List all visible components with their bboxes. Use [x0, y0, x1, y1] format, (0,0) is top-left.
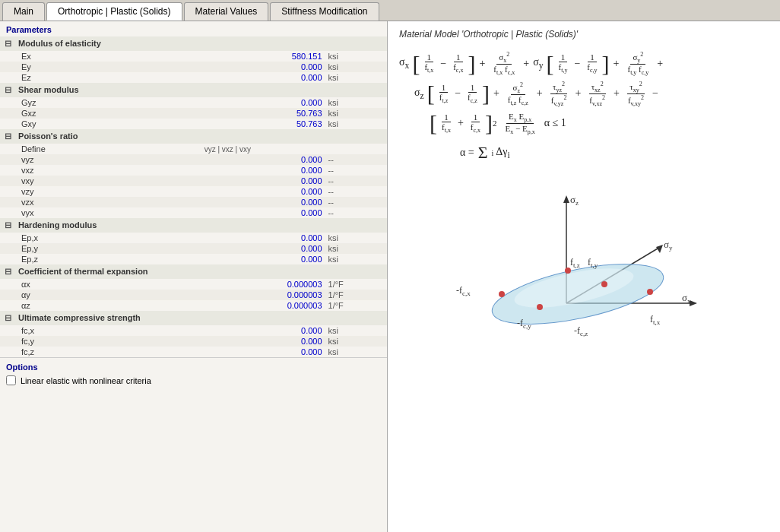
collapse-icon-poisson: ⊟	[5, 131, 14, 141]
define-value[interactable]: vyz | vxz | vxy	[201, 144, 325, 154]
vyx-label: vyx	[0, 207, 201, 218]
plus-6: +	[537, 87, 543, 100]
az-value[interactable]: 0.000003	[201, 300, 325, 311]
alpha-leq: α ≤ 1	[544, 117, 566, 129]
fcx-value[interactable]: 0.000	[201, 325, 325, 336]
table-row: Ep,y 0.000 ksi	[0, 243, 387, 254]
svg-point-13	[565, 268, 571, 274]
section-thermal-label: Coefficient of thermal expansion	[18, 267, 148, 276]
fcy-value[interactable]: 0.000	[201, 336, 325, 347]
epy-unit: ksi	[325, 243, 387, 254]
ex-value[interactable]: 580.151	[201, 51, 325, 62]
gxy-value[interactable]: 50.763	[201, 119, 325, 129]
section-shear-header[interactable]: ⊟ Shear modulus	[0, 83, 387, 97]
gxz-value[interactable]: 50.763	[201, 108, 325, 119]
vyx-unit: --	[325, 207, 387, 218]
table-row: Ey 0.000 ksi	[0, 62, 387, 72]
sigma-x: σx	[399, 56, 409, 71]
frac-8: 1 fc,z	[465, 83, 480, 104]
section-compressive-label: Ultimate compressive strength	[18, 313, 141, 322]
table-row: Gxz 50.763 ksi	[0, 108, 387, 119]
options-section: Options Linear elastic with nonlinear cr…	[0, 357, 387, 390]
plus-4: +	[657, 58, 663, 70]
ey-value[interactable]: 0.000	[201, 62, 325, 72]
ey-unit: ksi	[325, 62, 387, 72]
frac-2: 1 fc,x	[451, 52, 465, 74]
vxz-unit: --	[325, 165, 387, 176]
plus-2: +	[523, 58, 529, 70]
vyx-value[interactable]: 0.000	[201, 207, 325, 218]
ellipsoid-svg: σz σy σx -fc,x	[399, 174, 703, 341]
ay-value[interactable]: 0.000003	[201, 290, 325, 300]
ay-label: αy	[0, 290, 201, 300]
section-hardening-header[interactable]: ⊟ Hardening modulus	[0, 218, 387, 233]
section-compressive-header[interactable]: ⊟ Ultimate compressive strength	[0, 311, 387, 325]
svg-point-11	[499, 291, 505, 297]
hardening-table: Ep,x 0.000 ksi Ep,y 0.000 ksi Ep,z 0.000…	[0, 233, 387, 264]
delta-gamma: Δγi	[496, 146, 509, 160]
tab-orthotropic[interactable]: Orthotropic | Plastic (Solids)	[46, 2, 182, 21]
fcz-unit: ksi	[325, 347, 387, 357]
ex-label: Ex	[0, 51, 201, 62]
section-modulus-header[interactable]: ⊟ Modulus of elasticity	[0, 36, 387, 51]
linear-elastic-checkbox[interactable]	[6, 375, 16, 385]
svg-text:ft,z: ft,z	[570, 257, 580, 269]
table-row: αz 0.000003 1/°F	[0, 300, 387, 311]
section-hardening: ⊟ Hardening modulus Ep,x 0.000 ksi Ep,y …	[0, 218, 387, 264]
gyz-value[interactable]: 0.000	[201, 97, 325, 108]
alpha-eq: α =	[460, 147, 474, 159]
model-title: Material Model 'Orthotropic | Plastic (S…	[399, 29, 769, 40]
table-row: vxy 0.000 --	[0, 176, 387, 186]
ax-label: αx	[0, 279, 201, 290]
frac-14: 1 fc,x	[468, 112, 483, 134]
fcz-value[interactable]: 0.000	[201, 347, 325, 357]
vzy-value[interactable]: 0.000	[201, 186, 325, 197]
table-row: αx 0.000003 1/°F	[0, 279, 387, 290]
vzx-label: vzx	[0, 197, 201, 207]
plus-1: +	[479, 58, 485, 70]
vxy-value[interactable]: 0.000	[201, 176, 325, 186]
frac-6: σy2 ft,y fc,y	[625, 51, 651, 76]
ez-label: Ez	[0, 72, 201, 83]
gxy-label: Gxy	[0, 119, 201, 129]
params-title: Parameters	[0, 21, 387, 36]
sigma-y: σy	[533, 56, 543, 71]
fcx-unit: ksi	[325, 325, 387, 336]
gxz-label: Gxz	[0, 108, 201, 119]
define-unit	[325, 144, 387, 154]
sigma-z: σz	[414, 87, 424, 101]
gyz-label: Gyz	[0, 97, 201, 108]
collapse-icon-modulus: ⊟	[5, 39, 14, 49]
vzx-value[interactable]: 0.000	[201, 197, 325, 207]
frac-13: 1 ft,x	[439, 112, 453, 134]
epy-value[interactable]: 0.000	[201, 243, 325, 254]
vxz-value[interactable]: 0.000	[201, 165, 325, 176]
tab-stiffness[interactable]: Stiffness Modification	[270, 2, 379, 21]
squared: 2	[493, 119, 497, 128]
frac-10: τyz2 fv,yz2	[549, 81, 569, 107]
epz-value[interactable]: 0.000	[201, 254, 325, 264]
tab-main[interactable]: Main	[2, 2, 45, 21]
table-row: fc,x 0.000 ksi	[0, 325, 387, 336]
tab-material-values[interactable]: Material Values	[184, 2, 269, 21]
ez-unit: ksi	[325, 72, 387, 83]
frac-12: τxy2 fv,xy2	[626, 81, 646, 107]
frac-11: τxz2 fv,xz2	[587, 81, 607, 107]
big-bracket-close-1: ]	[468, 52, 475, 75]
minus-2: −	[574, 58, 580, 70]
minus-4: −	[652, 87, 658, 100]
section-poisson-label: Poisson's ratio	[18, 131, 78, 141]
section-thermal-header[interactable]: ⊟ Coefficient of thermal expansion	[0, 264, 387, 279]
ez-value[interactable]: 0.000	[201, 72, 325, 83]
collapse-icon-shear: ⊟	[5, 85, 14, 95]
epx-value[interactable]: 0.000	[201, 233, 325, 243]
table-row: vyz 0.000 --	[0, 154, 387, 165]
vyz-value[interactable]: 0.000	[201, 154, 325, 165]
az-unit: 1/°F	[325, 300, 387, 311]
section-poisson-header[interactable]: ⊟ Poisson's ratio	[0, 129, 387, 144]
ax-value[interactable]: 0.000003	[201, 279, 325, 290]
epx-label: Ep,x	[0, 233, 201, 243]
ay-unit: 1/°F	[325, 290, 387, 300]
minus-3: −	[455, 87, 461, 100]
epz-unit: ksi	[325, 254, 387, 264]
